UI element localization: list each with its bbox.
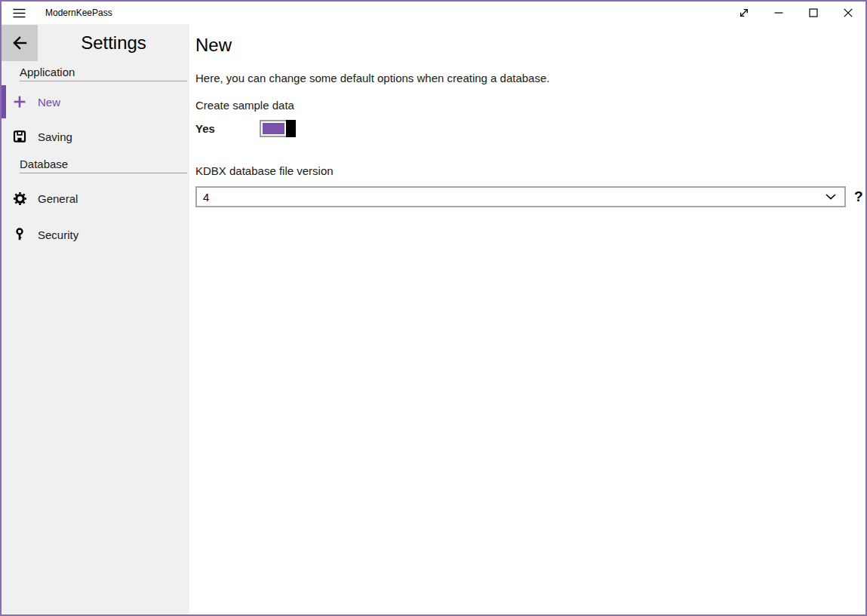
toggle-state-label: Yes bbox=[195, 122, 260, 135]
maximize-button[interactable] bbox=[796, 2, 831, 24]
maximize-icon bbox=[809, 8, 818, 17]
kdbx-version-label: KDBX database file version bbox=[195, 164, 865, 178]
plus-icon bbox=[2, 95, 38, 109]
page-description: Here, you can change some default option… bbox=[195, 72, 865, 85]
close-button[interactable] bbox=[831, 2, 865, 24]
back-button[interactable] bbox=[2, 25, 38, 61]
app-title: ModernKeePass bbox=[45, 8, 112, 18]
minimize-icon bbox=[774, 8, 783, 17]
hamburger-icon bbox=[13, 8, 26, 18]
save-icon bbox=[2, 130, 38, 143]
create-sample-data-label: Create sample data bbox=[195, 99, 865, 112]
section-label-database: Database bbox=[20, 158, 187, 173]
kdbx-version-combobox[interactable]: 4 bbox=[195, 186, 846, 207]
titlebar[interactable]: ModernKeePass bbox=[2, 2, 865, 24]
sidebar-item-new[interactable]: New bbox=[2, 84, 189, 119]
sidebar-title: Settings bbox=[38, 25, 189, 61]
chevron-down-icon bbox=[825, 194, 836, 200]
app-window: ModernKeePass bbox=[0, 0, 867, 616]
toggle-knob[interactable] bbox=[286, 120, 296, 137]
gear-icon bbox=[2, 192, 38, 206]
sidebar-item-general[interactable]: General bbox=[2, 181, 189, 216]
key-icon bbox=[2, 228, 38, 241]
create-sample-data-toggle[interactable] bbox=[260, 120, 296, 137]
combobox-selected-value: 4 bbox=[203, 191, 209, 204]
section-label-application: Application bbox=[20, 66, 187, 81]
hamburger-menu-button[interactable] bbox=[2, 2, 36, 24]
page-title: New bbox=[195, 33, 865, 57]
help-button[interactable]: ? bbox=[854, 186, 863, 207]
sidebar-item-saving[interactable]: Saving bbox=[2, 119, 189, 154]
sidebar-item-label: General bbox=[38, 192, 78, 205]
fullscreen-icon bbox=[739, 8, 749, 18]
settings-sidebar: Settings Application New bbox=[2, 24, 189, 614]
sidebar-item-label: Saving bbox=[38, 130, 72, 143]
fullscreen-button[interactable] bbox=[727, 2, 761, 24]
sidebar-item-label: Security bbox=[38, 228, 78, 241]
minimize-button[interactable] bbox=[761, 2, 796, 24]
back-arrow-icon bbox=[11, 35, 28, 51]
close-icon bbox=[844, 8, 853, 17]
settings-content-pane: New Here, you can change some default op… bbox=[189, 24, 865, 614]
toggle-fill bbox=[263, 123, 284, 134]
sidebar-item-security[interactable]: Security bbox=[2, 217, 189, 252]
sidebar-item-label: New bbox=[38, 96, 60, 109]
